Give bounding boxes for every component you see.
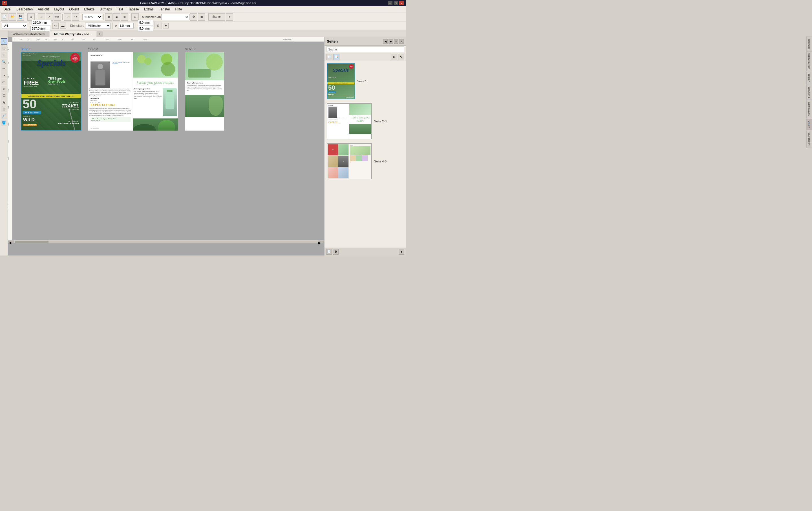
height-input[interactable] (30, 26, 50, 31)
select-tool[interactable]: ↖ (1, 38, 7, 45)
head (97, 64, 103, 69)
view-mode-3[interactable]: ⊞ (121, 13, 128, 21)
smart-draw-tool[interactable]: 〜 (1, 72, 7, 78)
canvas-area[interactable]: 0 20 60 100 140 160 200 240 280 320 360 … (8, 37, 324, 256)
maximize-button[interactable]: □ (394, 1, 398, 5)
margin-inputs (138, 20, 153, 31)
menu-objekt[interactable]: Objekt (67, 7, 81, 12)
tab-add-button[interactable]: + (97, 31, 103, 37)
ellipse-tool[interactable]: ○ (1, 86, 7, 92)
page-size-dropdown[interactable]: A4 (2, 23, 27, 29)
thumb-page-1-item: FOOD Specials GLUTEN FREE YOUR FAVORITE … (327, 63, 404, 99)
export-button[interactable]: ↗ (46, 13, 53, 21)
options-button[interactable]: ▦ (198, 13, 205, 21)
add-page-from-btn[interactable]: + (163, 23, 169, 28)
scrollbar-horizontal[interactable]: ◀ ▶ (8, 240, 324, 244)
portrait-button[interactable]: ▭ (53, 23, 59, 29)
scroll-thumb-h[interactable] (14, 241, 49, 243)
panel-controls: ◀ ▶ ✕ ? (383, 39, 404, 44)
nudge-input[interactable] (118, 23, 134, 28)
panel-add-page-button[interactable]: + (399, 249, 404, 255)
page-23-content[interactable]: INTERVIEW ‹ WE DON'T MAKE IT UNTIL YOU O… (88, 52, 178, 131)
svg-text:60: 60 (28, 39, 30, 40)
rectangle-tool[interactable]: ▭ (1, 79, 7, 85)
menu-text[interactable]: Text (115, 7, 125, 12)
scroll-left-button[interactable]: ◀ (8, 240, 14, 244)
svg-text:260: 260 (8, 140, 9, 143)
page3-text: Dolore gubergren illum. Cor Accusam Sit … (185, 80, 224, 93)
menu-ansicht[interactable]: Ansicht (35, 7, 51, 12)
panel-help-button[interactable]: ? (399, 39, 404, 44)
eyedropper-tool[interactable]: 💉 (1, 113, 7, 119)
scroll-right-button[interactable]: ▶ (318, 240, 324, 244)
menu-fenster[interactable]: Fenster (156, 7, 173, 12)
thumb-page-1[interactable]: FOOD Specials GLUTEN FREE YOUR FAVORITE … (327, 63, 355, 99)
settings-button[interactable]: ⚙ (190, 13, 197, 21)
import-button[interactable]: ↙ (38, 13, 45, 21)
menu-bearbeiten[interactable]: Bearbeiten (14, 7, 35, 12)
menu-extras[interactable]: Extras (142, 7, 156, 12)
undo-button[interactable]: ↩ (64, 13, 71, 21)
menu-tabelle[interactable]: Tabelle (126, 7, 141, 12)
minimize-button[interactable]: ─ (388, 1, 393, 5)
new-button[interactable]: 📄 (1, 13, 8, 21)
page-dimensions: ↔ ↕ (28, 20, 51, 31)
starten-button[interactable]: Starten (208, 13, 225, 21)
travel-section: FIND THE BEST TRAVEL DESTINATIONS. (61, 102, 79, 110)
panel-delete-button[interactable]: 🗑 (333, 249, 339, 255)
panel-grid-view[interactable]: ⊞ (391, 54, 397, 60)
page-3-label: Seite 3 (185, 47, 225, 51)
panel-close-button[interactable]: ✕ (394, 39, 398, 44)
crop-tool[interactable]: ⊡ (1, 52, 7, 58)
props-sep3 (136, 23, 136, 29)
page-view-single[interactable]: 📄 (326, 54, 332, 60)
landscape-button[interactable]: ▬ (60, 23, 66, 29)
units-dropdown[interactable]: Millimeter (85, 23, 111, 29)
margin-y-input[interactable] (138, 26, 153, 31)
pdf-button[interactable]: PDF (54, 13, 61, 21)
margin-x-input[interactable] (138, 20, 153, 25)
menu-datei[interactable]: Datei (1, 7, 13, 12)
polygon-tool[interactable]: ⬡ (1, 92, 7, 99)
page-1-label: Seite 1 (21, 47, 82, 51)
snap-button[interactable]: ⊡ (132, 13, 139, 21)
search-input[interactable] (326, 47, 404, 52)
text-tool[interactable]: A (1, 99, 7, 106)
americas-text: America's favorite foods (24, 85, 39, 87)
redo-button[interactable]: ↪ (72, 13, 79, 21)
view-mode-2[interactable]: ▣ (113, 13, 120, 21)
freehand-tool[interactable]: ✏ (1, 65, 7, 72)
save-button[interactable]: 💾 (17, 13, 24, 21)
tab-document[interactable]: Marcin Wilczynski - Foo... (50, 31, 96, 37)
panel-navigate-left[interactable]: ◀ (383, 39, 388, 44)
node-edit-tool[interactable]: ⬡ (1, 45, 7, 51)
ausrichten-dropdown[interactable] (161, 14, 190, 20)
starten-dropdown[interactable]: ▾ (226, 13, 233, 21)
panel-page-icon[interactable]: 📄 (326, 249, 332, 255)
menu-layout[interactable]: Layout (52, 7, 66, 12)
zoom-tool[interactable]: 🔍 (1, 59, 7, 65)
menu-effekte[interactable]: Effekte (82, 7, 97, 12)
table-tool[interactable]: ⊞ (1, 106, 7, 112)
page-1-content[interactable]: Willkommen Cooking MagazineSummer 06/205… (21, 52, 82, 131)
scroll-track-h[interactable] (14, 241, 317, 243)
panel-settings[interactable]: ⚙ (398, 54, 404, 60)
menu-bitmaps[interactable]: Bitmaps (97, 7, 114, 12)
fit-page-button[interactable]: ⊡ (154, 22, 162, 29)
zoom-dropdown[interactable]: 100% 75% 150% 200% (82, 14, 102, 20)
svg-text:0: 0 (8, 49, 9, 50)
fill-tool[interactable]: 🪣 (1, 120, 7, 126)
panel-navigate-right[interactable]: ▶ (388, 39, 393, 44)
thumb-page-23[interactable]: INTERVIEW Lorem ipsum dolor sit amet con… (327, 103, 372, 139)
page-3-content[interactable]: Dolore gubergren illum. Cor Accusam Sit … (185, 52, 225, 131)
print-button[interactable]: 🖨 (27, 13, 35, 21)
menu-hilfe[interactable]: Hilfe (173, 7, 184, 12)
open-button[interactable]: 📂 (9, 13, 16, 21)
thumb-interview: INTERVIEW (328, 105, 348, 106)
tab-welcome[interactable]: Willkommensbildschirm (8, 31, 49, 37)
thumb-page-45[interactable]: 01 38 Recipes (327, 143, 372, 179)
view-mode-1[interactable]: ▦ (105, 13, 113, 21)
width-input[interactable] (32, 20, 51, 25)
page-view-spread[interactable]: 📑 (333, 54, 340, 60)
close-button[interactable]: ✕ (399, 1, 404, 5)
